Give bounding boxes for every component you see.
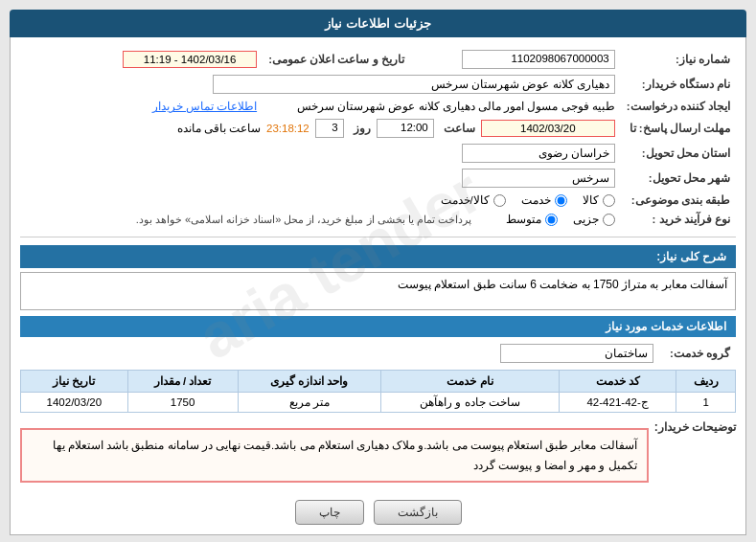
contact-info-link[interactable]: اطلاعات تماس خریدار — [152, 101, 257, 112]
buyer-notes-value: آسفالت معابر طبق استعلام پیوست می باشد.و… — [20, 428, 649, 483]
category-khadamat-radio[interactable] — [555, 194, 567, 207]
purchase-jozi: جزیی — [573, 213, 615, 226]
divider-1 — [20, 237, 736, 237]
button-row: بازگشت چاپ — [20, 500, 736, 525]
request-creator-label: ایجاد کننده درخواست: — [621, 97, 736, 116]
service-group-table: گروه خدمت: ساختمان — [20, 341, 736, 366]
purchase-motevaset-label: متوسط — [506, 213, 541, 226]
purchase-jozi-label: جزیی — [573, 213, 599, 226]
services-table: ردیف کد خدمت نام خدمت واحد اندازه گیری ت… — [20, 370, 736, 413]
back-button[interactable]: بازگشت — [374, 500, 462, 525]
need-number-label: شماره نیاز: — [621, 47, 736, 72]
purchase-type-label: نوع فرآیند خرید : — [621, 210, 736, 229]
answer-deadline-time: 12:00 — [377, 119, 434, 138]
cell-unit: متر مربع — [238, 393, 380, 413]
time-label: ساعت — [444, 122, 475, 135]
cell-date: 1402/03/20 — [21, 393, 128, 413]
buyer-org-value: دهیاری کلانه عوض شهرستان سرخس — [213, 75, 615, 94]
cell-service_name: ساخت جاده و راهآهن — [380, 393, 559, 413]
category-label: طبقه بندی موضوعی: — [621, 191, 736, 210]
purchase-note: پرداخت تمام یا بخشی از مبلغ خرید، از محل… — [136, 214, 471, 226]
buyer-notes-label: توضیحات خریدار: — [654, 420, 736, 434]
answer-deadline-label: مهلت ارسال پاسخ: تا — [621, 116, 736, 141]
announce-date-label: تاریخ و ساعت اعلان عمومی: — [263, 47, 410, 72]
need-number-value: 1102098067000003 — [462, 50, 615, 69]
category-kala-radio[interactable] — [603, 194, 615, 207]
col-row-num: ردیف — [676, 371, 736, 393]
remaining-time: 23:18:12 — [266, 123, 309, 134]
purchase-motevaset-radio[interactable] — [545, 214, 558, 226]
need-desc-section-header: شرح کلی نیاز: — [20, 245, 736, 268]
category-khadamat-label: خدمت — [521, 193, 551, 207]
category-khadamat: خدمت — [521, 193, 567, 207]
category-kala: کالا — [583, 193, 615, 207]
service-info-label: اطلاعات خدمات مورد نیاز — [606, 320, 726, 333]
service-group-value: ساختمان — [500, 344, 653, 363]
category-kala-label: کالا — [583, 193, 599, 207]
info-table: شماره نیاز: 1102098067000003 تاریخ و ساع… — [20, 47, 736, 229]
cell-quantity: 1750 — [127, 393, 238, 413]
col-service-name: نام خدمت — [380, 371, 559, 393]
cell-service_code: ج-42-421-42 — [559, 393, 676, 413]
buyer-notes-section: توضیحات خریدار: آسفالت معابر طبق استعلام… — [20, 420, 736, 490]
remaining-suffix: ساعت باقی مانده — [177, 122, 261, 135]
need-desc-value: آسفالت معابر به متراژ 1750 به ضخامت 6 سا… — [20, 272, 736, 310]
days-label: روز — [354, 122, 371, 135]
col-unit: واحد اندازه گیری — [238, 371, 380, 393]
print-button[interactable]: چاپ — [295, 500, 364, 525]
category-kala-khadamat: کالا/خدمت — [441, 193, 506, 207]
col-date: تاریخ نیاز — [21, 371, 128, 393]
announce-date-value: 1402/03/16 - 11:19 — [123, 51, 257, 68]
request-creator-value: طبیه فوجی مسول امور مالی دهیاری کلانه عو… — [297, 101, 615, 112]
service-group-label: گروه خدمت: — [659, 341, 736, 366]
col-quantity: تعداد / مقدار — [127, 371, 238, 393]
category-kala-khadamat-label: کالا/خدمت — [441, 193, 490, 207]
province-value: خراسان رضوی — [462, 144, 615, 163]
answer-deadline-date: 1402/03/20 — [481, 120, 615, 137]
col-service-code: کد خدمت — [559, 371, 676, 393]
city-label: شهر محل تحویل: — [621, 166, 736, 191]
cell-row_num: 1 — [676, 393, 736, 413]
purchase-jozi-radio[interactable] — [603, 214, 615, 226]
page-title: جزئیات اطلاعات نیاز — [10, 10, 746, 37]
answer-deadline-days: 3 — [315, 119, 344, 138]
service-info-section-header: اطلاعات خدمات مورد نیاز — [20, 316, 736, 337]
category-kala-khadamat-radio[interactable] — [493, 194, 506, 207]
table-row: 1ج-42-421-42ساخت جاده و راهآهنمتر مربع17… — [21, 393, 736, 413]
province-label: استان محل تحویل: — [621, 141, 736, 166]
city-value: سرخس — [462, 169, 615, 188]
purchase-motevaset: متوسط — [506, 213, 558, 226]
buyer-org-label: نام دستگاه خریدار: — [621, 72, 736, 97]
need-desc-label: شرح کلی نیاز: — [656, 250, 726, 263]
